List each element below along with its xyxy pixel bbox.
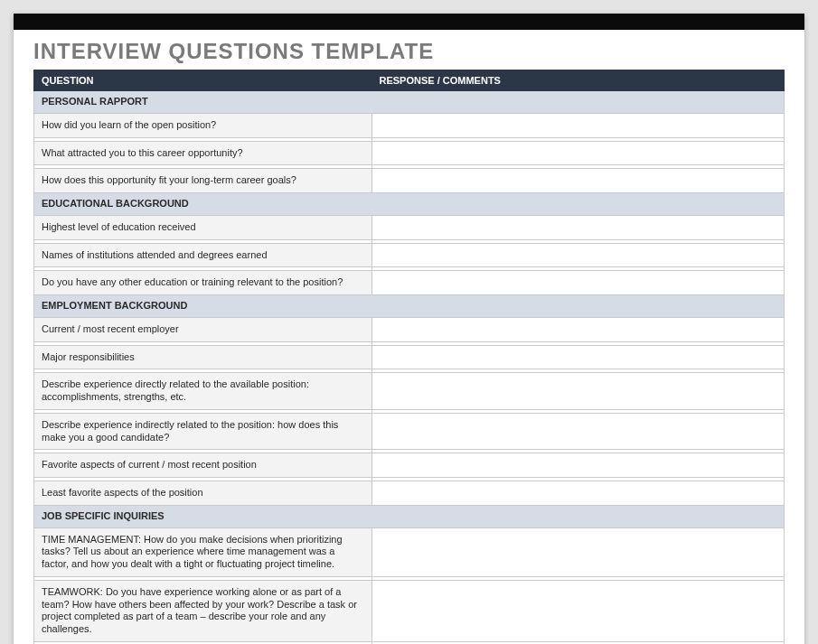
response-cell[interactable]: [371, 113, 785, 137]
response-cell[interactable]: [371, 169, 785, 193]
section-header: EMPLOYMENT BACKGROUND: [34, 295, 785, 318]
response-cell[interactable]: [371, 527, 785, 576]
question-row: Describe experience directly related to …: [34, 373, 785, 410]
response-cell[interactable]: [371, 141, 785, 165]
question-cell: What attracted you to this career opport…: [34, 141, 372, 165]
question-row: Highest level of education received: [34, 215, 785, 239]
response-cell[interactable]: [371, 345, 785, 369]
response-cell[interactable]: [371, 271, 785, 295]
question-row: Do you have any other education or train…: [34, 271, 785, 295]
question-cell: Current / most recent employer: [34, 317, 372, 341]
section-header: PERSONAL RAPPORT: [34, 91, 785, 114]
question-row: TIME MANAGEMENT: How do you make decisio…: [34, 527, 785, 576]
question-row: Describe experience indirectly related t…: [34, 413, 785, 450]
response-cell[interactable]: [371, 481, 785, 506]
section-title: EMPLOYMENT BACKGROUND: [34, 295, 785, 318]
header-question: QUESTION: [34, 70, 372, 91]
response-cell[interactable]: [371, 580, 785, 641]
response-cell[interactable]: [371, 373, 785, 410]
response-cell[interactable]: [371, 413, 785, 450]
question-row: How did you learn of the open position?: [34, 113, 785, 137]
question-cell: Names of institutions attended and degre…: [34, 243, 372, 267]
question-cell: Describe experience indirectly related t…: [34, 413, 372, 450]
question-cell: TIME MANAGEMENT: How do you make decisio…: [34, 527, 372, 576]
response-cell[interactable]: [371, 317, 785, 341]
question-row: Least favorite aspects of the position: [34, 481, 785, 506]
response-cell[interactable]: [371, 453, 785, 478]
question-row: Current / most recent employer: [34, 317, 785, 341]
response-cell[interactable]: [371, 215, 785, 239]
question-row: How does this opportunity fit your long-…: [34, 169, 785, 193]
question-cell: TEAMWORK: Do you have experience working…: [34, 580, 372, 641]
interview-table: QUESTION RESPONSE / COMMENTS PERSONAL RA…: [33, 70, 785, 644]
question-cell: Favorite aspects of current / most recen…: [34, 453, 372, 478]
table-header-row: QUESTION RESPONSE / COMMENTS: [34, 70, 785, 91]
question-cell: Do you have any other education or train…: [34, 271, 372, 295]
section-header: EDUCATIONAL BACKGROUND: [34, 193, 785, 216]
page-content: INTERVIEW QUESTIONS TEMPLATE QUESTION RE…: [14, 30, 804, 644]
section-title: EDUCATIONAL BACKGROUND: [34, 193, 785, 216]
section-header: JOB SPECIFIC INQUIRIES: [34, 505, 785, 527]
question-row: Favorite aspects of current / most recen…: [34, 453, 785, 478]
page-title: INTERVIEW QUESTIONS TEMPLATE: [33, 39, 785, 64]
document-page: INTERVIEW QUESTIONS TEMPLATE QUESTION RE…: [14, 14, 804, 644]
page-topbar: [14, 14, 804, 30]
question-row: Names of institutions attended and degre…: [34, 243, 785, 267]
question-row: What attracted you to this career opport…: [34, 141, 785, 165]
header-response: RESPONSE / COMMENTS: [371, 70, 785, 91]
question-cell: How does this opportunity fit your long-…: [34, 169, 372, 193]
question-cell: Describe experience directly related to …: [34, 373, 372, 410]
response-cell[interactable]: [371, 243, 785, 267]
question-row: TEAMWORK: Do you have experience working…: [34, 580, 785, 641]
section-title: PERSONAL RAPPORT: [34, 91, 785, 114]
section-title: JOB SPECIFIC INQUIRIES: [34, 505, 785, 527]
question-cell: Highest level of education received: [34, 215, 372, 239]
question-cell: How did you learn of the open position?: [34, 113, 372, 137]
question-cell: Major responsibilities: [34, 345, 372, 369]
question-cell: Least favorite aspects of the position: [34, 481, 372, 506]
question-row: Major responsibilities: [34, 345, 785, 369]
